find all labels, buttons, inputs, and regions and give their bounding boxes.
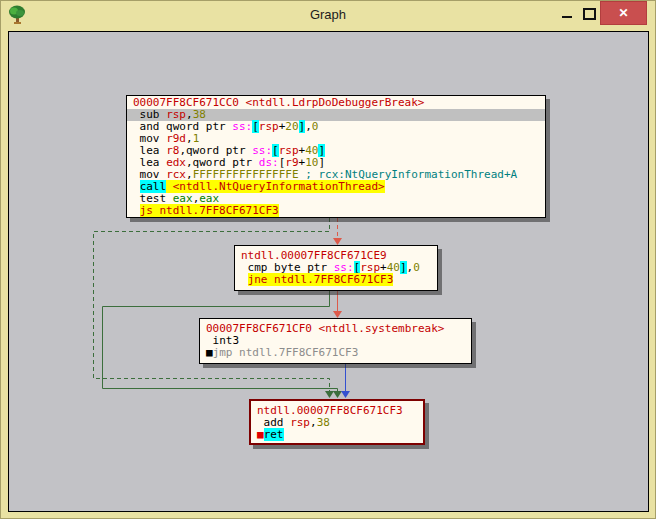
- graph-layer: 00007FF8CF671CC0 <ntdll.LdrpDoDebuggerBr…: [1, 1, 656, 519]
- basic-block-671CF3[interactable]: ntdll.00007FF8CF671CF3 add rsp,38■ret: [249, 399, 425, 445]
- edge-block1-block4-taken: [94, 218, 330, 391]
- block-body: sub rsp,38 and qword ptr ss:[rsp+20],0 m…: [127, 109, 545, 217]
- arrowhead-block2-in: [333, 238, 342, 245]
- arrowhead-block4-in-taken-dashed: [325, 391, 334, 398]
- block-header: 00007FF8CF671CF0 <ntdll.systembreak>: [200, 323, 471, 335]
- block-body: int3■jmp ntdll.7FF8CF671CF3: [200, 335, 471, 359]
- block-body: add rsp,38■ret: [251, 417, 423, 441]
- basic-block-systembreak[interactable]: 00007FF8CF671CF0 <ntdll.systembreak> int…: [199, 318, 472, 364]
- arrowhead-block3-in: [333, 311, 342, 318]
- arrowhead-block4-in-taken-solid: [333, 391, 342, 398]
- window-frame: { "window": { "title": "Graph", "close_g…: [0, 0, 656, 519]
- asm-line[interactable]: js ntdll.7FF8CF671CF3: [127, 205, 545, 217]
- basic-block-671CE9[interactable]: ntdll.00007FF8CF671CE9 cmp byte ptr ss:[…: [234, 245, 438, 291]
- arrowhead-block4-in-unconditional: [341, 391, 350, 398]
- block-body: cmp byte ptr ss:[rsp+40],0 jne ntdll.7FF…: [235, 262, 437, 286]
- basic-block-LdrpDoDebuggerBreak[interactable]: 00007FF8CF671CC0 <ntdll.LdrpDoDebuggerBr…: [126, 95, 546, 218]
- asm-line[interactable]: jne ntdll.7FF8CF671CF3: [235, 274, 437, 286]
- asm-line[interactable]: ■ret: [251, 429, 423, 441]
- asm-line[interactable]: ■jmp ntdll.7FF8CF671CF3: [200, 347, 471, 359]
